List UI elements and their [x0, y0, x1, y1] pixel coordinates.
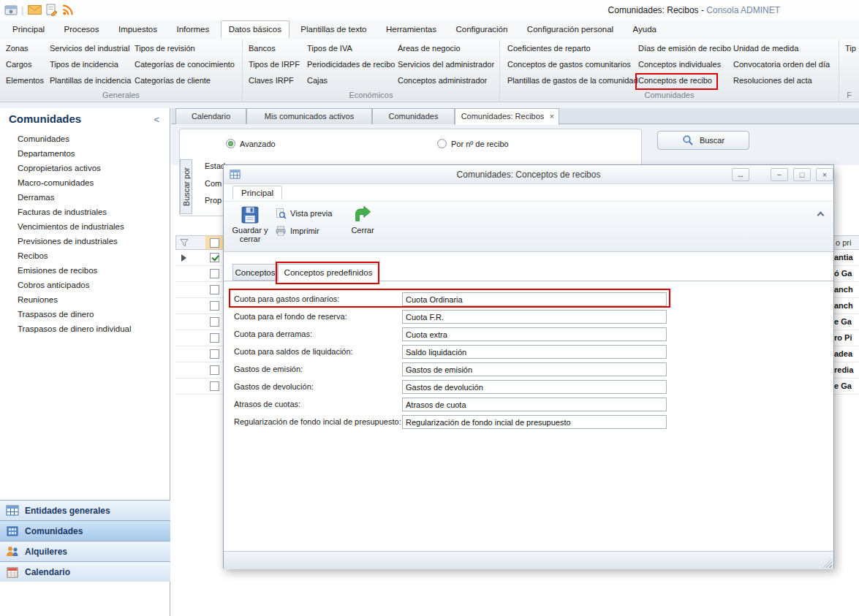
sidebar-item-vencimientos-industriales[interactable]: Vencimientos de industriales	[0, 219, 170, 234]
input-gastos-devolucion[interactable]	[402, 380, 667, 394]
input-cuota-derramas[interactable]	[402, 327, 667, 341]
sidebar-item-cobros-anticipados[interactable]: Cobros anticipados	[0, 278, 170, 292]
ribbon-item-conceptos-de-recibo[interactable]: Conceptos de recibo	[638, 76, 712, 85]
nav-entidades-generales[interactable]: Entidades generales	[0, 500, 170, 520]
grid-select-all-checkbox[interactable]	[210, 238, 219, 248]
row-checkbox[interactable]	[210, 285, 219, 294]
row-checkbox[interactable]	[210, 269, 219, 278]
menu-tab-configuracion-personal[interactable]: Configuración personal	[519, 20, 621, 37]
filter-funnel-icon[interactable]	[180, 238, 189, 247]
sidebar-item-previsiones-industriales[interactable]: Previsiones de industriales	[0, 234, 170, 248]
grid-row[interactable]: ó Ga	[834, 266, 859, 282]
buscar-por-vertical-tab[interactable]: Buscar por	[180, 159, 192, 214]
menu-tab-procesos[interactable]: Procesos	[56, 20, 107, 37]
input-cuota-fondo-reserva[interactable]	[402, 310, 667, 324]
ribbon-item-partial[interactable]: Tip	[845, 44, 856, 53]
nav-comunidades[interactable]: Comunidades	[0, 520, 170, 541]
sidebar-item-traspasos-dinero[interactable]: Traspasos de dinero	[0, 307, 170, 322]
ribbon-collapse-chevron-icon[interactable]	[813, 208, 828, 218]
ribbon-item-categorias-conocimiento[interactable]: Categorías de conocimiento	[135, 60, 235, 69]
sidebar-item-comunidades[interactable]: Comunidades	[0, 132, 170, 146]
ribbon-item-categorias-cliente[interactable]: Categorías de cliente	[135, 76, 211, 85]
doc-tab-comunidades[interactable]: Comunidades	[372, 108, 455, 124]
ribbon-item-conceptos-individuales[interactable]: Conceptos individuales	[638, 60, 721, 69]
radio-por-numero-recibo[interactable]: Por nº de recibo	[437, 137, 509, 150]
menu-tab-configuracion[interactable]: Configuración	[447, 20, 515, 37]
ribbon-item-servicios-administrador[interactable]: Servicios del administrador	[398, 60, 494, 69]
maximize-icon[interactable]: □	[793, 168, 811, 181]
menu-tab-herramientas[interactable]: Herramientas	[378, 20, 444, 37]
row-checkbox[interactable]	[210, 333, 219, 343]
sidebar-item-facturas-industriales[interactable]: Facturas de industriales	[0, 205, 170, 219]
row-checkbox[interactable]	[210, 381, 219, 391]
row-checkbox[interactable]	[210, 301, 219, 311]
guardar-y-cerrar-button[interactable]: Guardar y cerrar	[230, 202, 270, 251]
grid-row[interactable]: redia	[834, 362, 859, 379]
announcement-feed-icon[interactable]	[61, 4, 74, 16]
cerrar-button[interactable]: Cerrar	[342, 202, 383, 251]
sidebar-item-emisiones-recibos[interactable]: Emisiones de recibos	[0, 263, 170, 278]
doc-tab-mis-comunicados[interactable]: Mis comunicados activos	[246, 108, 372, 124]
minimize-icon[interactable]: −	[771, 168, 788, 181]
ribbon-item-convocatoria-orden-dia[interactable]: Convocatoria orden del día	[733, 60, 830, 69]
menu-tab-plantillas-texto[interactable]: Plantillas de texto	[292, 20, 374, 37]
nav-calendario[interactable]: Calendario	[0, 561, 170, 582]
ribbon-item-cajas[interactable]: Cajas	[307, 76, 328, 85]
sidebar-item-copropietarios-activos[interactable]: Copropietarios activos	[0, 161, 170, 175]
ribbon-item-tipos-revision[interactable]: Tipos de revisión	[135, 44, 195, 53]
grid-row[interactable]: anch	[834, 282, 859, 298]
ribbon-item-plantillas-incidencia[interactable]: Plantillas de incidencia	[50, 76, 131, 85]
mail-icon[interactable]	[28, 5, 42, 15]
grid-row[interactable]: e Ga	[834, 379, 859, 395]
ribbon-item-dias-emision-recibo[interactable]: Días de emisión de recibo	[638, 44, 731, 53]
ribbon-item-plantillas-gastos-comunidad[interactable]: Plantillas de gastos de la comunidad	[507, 76, 638, 85]
doc-tab-comunidades-recibos[interactable]: Comunidades: Recibos ×	[455, 108, 559, 125]
dock-arrows-icon[interactable]: ↔	[732, 168, 749, 181]
ribbon-item-zonas[interactable]: Zonas	[6, 44, 29, 53]
sidebar-item-traspasos-dinero-individual[interactable]: Traspasos de dinero individual	[0, 322, 170, 336]
ribbon-item-cargos[interactable]: Cargos	[6, 60, 31, 69]
grid-row[interactable]: e Ga	[834, 314, 859, 330]
input-saldos-liquidacion[interactable]	[402, 345, 667, 359]
ribbon-item-unidad-medida[interactable]: Unidad de medida	[733, 44, 798, 53]
ribbon-item-elementos[interactable]: Elementos	[6, 76, 44, 85]
tab-close-icon[interactable]: ×	[550, 109, 554, 124]
nav-alquileres[interactable]: Alquileres	[0, 541, 170, 561]
grid-row[interactable]: anch	[834, 298, 859, 314]
input-atrasos-cuotas[interactable]	[402, 398, 667, 411]
radio-avanzado[interactable]: Avanzado	[226, 137, 276, 150]
close-icon[interactable]: ×	[816, 168, 833, 181]
menu-tab-impuestos[interactable]: Impuestos	[110, 20, 165, 37]
grid-row[interactable]: antia	[834, 250, 859, 266]
ribbon-item-tipos-incidencia[interactable]: Tipos de incidencia	[50, 60, 118, 69]
ribbon-item-tipos-iva[interactable]: Tipos de IVA	[307, 44, 352, 53]
sidebar-item-macro-comunidades[interactable]: Macro-comunidades	[0, 175, 170, 190]
menu-tab-principal[interactable]: Principal	[4, 20, 53, 37]
doc-tab-calendario[interactable]: Calendario	[175, 108, 246, 124]
radio-por-numero-control[interactable]	[437, 139, 447, 148]
sidebar-item-derramas[interactable]: Derramas	[0, 190, 170, 205]
dialog-ribbon-tab-principal[interactable]: Principal	[232, 186, 282, 199]
sidebar-item-recibos[interactable]: Recibos	[0, 248, 170, 263]
dialog-titlebar[interactable]: Comunidades: Conceptos de recibos ↔ − □ …	[224, 165, 833, 184]
sidebar-collapse-icon[interactable]: <	[154, 114, 159, 125]
menu-tab-datos-basicos[interactable]: Datos básicos	[221, 20, 290, 38]
resize-grip[interactable]	[823, 559, 832, 568]
ribbon-item-conceptos-administrador[interactable]: Conceptos administrador	[398, 76, 487, 85]
tab-conceptos[interactable]: Conceptos	[232, 264, 278, 281]
ribbon-item-areas-negocio[interactable]: Áreas de negocio	[398, 44, 461, 53]
sidebar-item-departamentos[interactable]: Departamentos	[0, 146, 170, 161]
row-checkbox[interactable]	[210, 317, 219, 327]
ribbon-item-conceptos-gastos-comunitarios[interactable]: Conceptos de gastos comunitarios	[507, 60, 631, 69]
ribbon-item-resoluciones-acta[interactable]: Resoluciones del acta	[733, 76, 812, 85]
row-checkbox[interactable]	[210, 349, 219, 359]
radio-avanzado-control[interactable]	[226, 139, 235, 148]
imprimir-button[interactable]: Imprimir	[275, 224, 319, 238]
input-cuota-gastos-ordinarios[interactable]	[402, 292, 667, 306]
menu-tab-ayuda[interactable]: Ayuda	[625, 20, 665, 37]
ribbon-item-servicios-industrial[interactable]: Servicios del industrial	[50, 44, 129, 53]
input-regularizacion-fondo[interactable]	[402, 415, 667, 429]
row-checkbox-checked[interactable]	[210, 253, 219, 262]
grid-row[interactable]: ro Pi	[834, 330, 859, 346]
row-checkbox[interactable]	[210, 365, 219, 375]
